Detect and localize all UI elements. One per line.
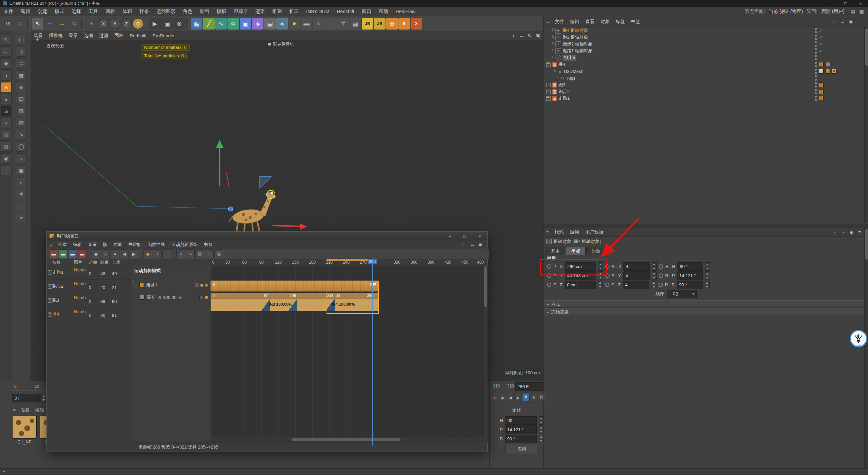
motion-clip-tag-icon[interactable] [819, 96, 824, 101]
tool-frame-icon[interactable]: ▭ [1, 46, 12, 57]
keyframe-position-icon[interactable]: P [522, 394, 530, 401]
left-tool-icon[interactable]: ∷ [16, 58, 27, 69]
simulate-icon[interactable]: ∗ [276, 18, 288, 30]
undo-icon[interactable]: ↺ [2, 18, 14, 30]
expander-icon[interactable] [546, 90, 551, 94]
anim-dot-icon[interactable] [605, 283, 609, 287]
mograph-icon[interactable]: ∞ [228, 18, 239, 30]
visibility-dots[interactable] [815, 35, 817, 40]
om-menu-item[interactable]: 对象 [597, 19, 613, 25]
left-tool-icon[interactable]: ▢ [16, 35, 27, 45]
material-menu-item[interactable]: 创建 [18, 407, 33, 413]
material-thumbnail[interactable] [12, 416, 37, 439]
timeline-menu-item[interactable]: 书签 [201, 242, 216, 248]
motion-clip-tag-icon[interactable] [819, 82, 824, 87]
expander-icon[interactable] [134, 283, 138, 287]
tab-coordinates[interactable]: 坐标 [566, 247, 586, 255]
magnify-icon[interactable]: ◌ [205, 249, 214, 258]
sy-field[interactable]: 4 [623, 271, 650, 280]
layer-percent[interactable]: 100.00 % [163, 295, 182, 300]
texture-tag-icon[interactable] [825, 69, 830, 74]
timeline-menu-item[interactable]: 创建 [55, 242, 70, 248]
insydium-badge-icon[interactable]: S [1, 82, 12, 92]
timeline-menu-item[interactable]: 帧 [100, 242, 110, 248]
group-freeze-transform[interactable]: 冻结变换 [544, 308, 868, 316]
scale-tool-icon[interactable]: ↔ [56, 18, 68, 30]
solo-dot-icon[interactable] [205, 296, 208, 299]
render-view-icon[interactable]: ▶ [149, 18, 161, 30]
expander-icon[interactable] [48, 270, 52, 275]
next-key-icon[interactable]: ▶ [514, 394, 522, 401]
px-field[interactable]: 290 cm [565, 262, 596, 271]
snap-icon[interactable]: # [337, 18, 349, 30]
tl-layout-icon[interactable]: ▣ [477, 241, 484, 248]
spinner[interactable] [652, 262, 657, 271]
viewport-menu-item[interactable]: ProRender [150, 33, 178, 38]
current-frame-field[interactable]: 0 F [12, 394, 41, 402]
key-outline-icon[interactable]: ◇ [101, 249, 110, 258]
tab-object[interactable]: 对象 [586, 247, 606, 255]
object-row[interactable]: + 跑步2 枢轴对象 ✓ [544, 41, 864, 48]
tool-sculpt-icon[interactable]: ◑ [1, 70, 12, 80]
tl-search-icon[interactable]: ◌ [460, 241, 468, 248]
minimize-button[interactable]: – [823, 0, 838, 7]
menu-item[interactable]: 创建 [34, 8, 51, 15]
apply-button[interactable]: 应用 [505, 445, 538, 454]
tool-target-icon[interactable]: ◉ [1, 153, 12, 164]
history-back-icon[interactable]: ‹ [831, 229, 839, 235]
timeline-hscrollbar[interactable] [211, 437, 483, 441]
expander-icon[interactable] [48, 312, 52, 317]
jb-plugin2-icon[interactable]: JB [374, 18, 386, 30]
spinner[interactable] [598, 262, 603, 271]
node-space-value[interactable]: 当前 (标准/物理) [765, 8, 807, 15]
attr-scrollbar[interactable] [864, 228, 868, 468]
menu-item[interactable]: 角色 [179, 8, 196, 15]
om-lock-icon[interactable]: ▣ [847, 18, 854, 25]
timeline-source-row[interactable]: 跑步2 Numb 0 20 21 [47, 280, 132, 293]
timeline-menu-item[interactable]: 功能 [110, 242, 125, 248]
om-search-icon[interactable]: ◌ [831, 18, 838, 25]
viewport-menu-item[interactable]: 面板 [112, 33, 127, 39]
menu-item[interactable]: INSYDIUM [302, 9, 333, 14]
timeline-vscrollbar[interactable] [483, 266, 488, 442]
y-axis-lock-icon[interactable]: Y [110, 18, 120, 29]
pin-icon[interactable]: ◉ [848, 229, 855, 235]
menu-item[interactable]: 体积 [119, 8, 136, 15]
key-dot-icon[interactable]: ● [111, 249, 119, 258]
h-field[interactable]: 90 ° [505, 416, 537, 425]
rotate-view-icon[interactable]: ↻ [526, 32, 534, 39]
timeline-source-row[interactable]: 跑3 Numb 0 89 90 [47, 293, 132, 307]
left-tool-icon[interactable]: ◯ [16, 141, 27, 152]
status-menu-icon[interactable] [0, 470, 8, 475]
timeline-source-row[interactable]: 播4 Numb 0 90 91 [47, 307, 132, 321]
viewport-menu-item[interactable]: 过滤 [96, 33, 112, 39]
left-tool-icon[interactable]: ▥ [16, 106, 27, 116]
redo-icon[interactable]: ↻ [15, 18, 26, 30]
panel-menu-icon[interactable] [544, 19, 552, 24]
enabled-check-icon[interactable]: ✓ [819, 28, 823, 33]
frame-field[interactable]: 286 F [515, 382, 544, 391]
anim-dot-icon[interactable] [659, 273, 663, 278]
tool-pattern-icon[interactable]: ▩ [1, 141, 12, 152]
pen-tool-icon[interactable]: ╱ [203, 18, 215, 30]
z-axis-lock-icon[interactable]: Z [121, 18, 132, 29]
layout-save-icon[interactable]: ▤ [849, 8, 857, 15]
visibility-dots[interactable] [815, 28, 817, 33]
render-settings-icon[interactable]: ⊛ [174, 18, 185, 30]
om-menu-item[interactable]: 编辑 [567, 19, 582, 25]
order-dropdown[interactable]: HPB [667, 290, 697, 298]
om-menu-item[interactable]: 书签 [628, 19, 643, 25]
enabled-check-icon[interactable]: ✓ [819, 49, 823, 54]
timeline-close-button[interactable]: × [472, 232, 487, 241]
del-key-icon[interactable]: − [162, 249, 171, 258]
motion-track-row[interactable]: 走路1 [132, 281, 211, 289]
menu-item[interactable]: 扩展 [285, 8, 302, 15]
visibility-dots[interactable] [815, 48, 817, 54]
menu-item[interactable]: 雕刻 [269, 8, 285, 15]
motion-clip-tag-icon[interactable] [819, 62, 824, 67]
attr-menu-item[interactable]: 模式 [552, 229, 567, 235]
spinner[interactable] [652, 271, 657, 280]
object-row[interactable]: + 跑3 枢轴对象 ✓ [544, 34, 864, 41]
anim-dot-icon[interactable] [659, 264, 663, 269]
tl-zoom-icon[interactable]: ↔ [469, 241, 476, 248]
